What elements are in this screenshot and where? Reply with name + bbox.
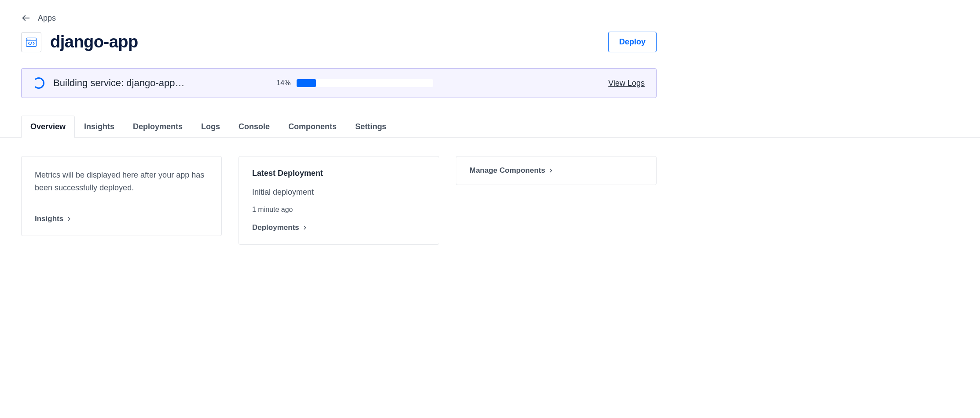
view-logs-link[interactable]: View Logs xyxy=(608,79,645,88)
deployments-link-label: Deployments xyxy=(252,223,299,232)
breadcrumb-apps-link[interactable]: Apps xyxy=(38,14,56,23)
spinner-icon xyxy=(33,77,44,89)
breadcrumb: Apps xyxy=(21,13,657,23)
insights-link[interactable]: Insights xyxy=(35,214,72,223)
manage-components-card: Manage Components xyxy=(456,156,657,185)
progress-wrap: 14% xyxy=(276,79,433,87)
tab-settings[interactable]: Settings xyxy=(346,116,396,138)
chevron-right-icon xyxy=(302,225,308,231)
app-icon xyxy=(21,32,41,52)
deploy-button[interactable]: Deploy xyxy=(608,32,657,52)
page-title: django-app xyxy=(50,33,138,51)
tab-components[interactable]: Components xyxy=(279,116,346,138)
chevron-right-icon xyxy=(548,167,554,174)
progress-fill xyxy=(297,79,316,87)
manage-components-label: Manage Components xyxy=(470,166,545,175)
back-arrow-icon[interactable] xyxy=(21,13,31,23)
svg-point-4 xyxy=(29,39,29,40)
tab-deployments[interactable]: Deployments xyxy=(124,116,192,138)
build-status-banner: Building service: django-app… 14% View L… xyxy=(21,68,657,98)
deployments-link[interactable]: Deployments xyxy=(252,223,308,232)
tabs: OverviewInsightsDeploymentsLogsConsoleCo… xyxy=(21,116,657,138)
latest-deployment-card: Latest Deployment Initial deployment 1 m… xyxy=(239,156,439,245)
tab-insights[interactable]: Insights xyxy=(75,116,124,138)
header: django-app Deploy xyxy=(21,32,657,52)
svg-line-6 xyxy=(30,42,32,45)
deployment-description: Initial deployment xyxy=(252,188,426,197)
metrics-placeholder-text: Metrics will be displayed here after you… xyxy=(35,169,208,194)
title-group: django-app xyxy=(21,32,138,52)
chevron-right-icon xyxy=(66,216,72,222)
tab-logs[interactable]: Logs xyxy=(192,116,229,138)
metrics-card: Metrics will be displayed here after you… xyxy=(21,156,222,236)
build-status-text: Building service: django-app… xyxy=(53,77,184,89)
overview-cards: Metrics will be displayed here after you… xyxy=(21,138,657,245)
progress-percent: 14% xyxy=(276,79,290,87)
svg-point-5 xyxy=(30,39,31,40)
latest-deployment-heading: Latest Deployment xyxy=(252,169,426,178)
progress-bar xyxy=(297,79,433,87)
deployment-timestamp: 1 minute ago xyxy=(252,206,426,214)
manage-components-link[interactable]: Manage Components xyxy=(470,166,554,175)
insights-link-label: Insights xyxy=(35,214,63,223)
svg-point-3 xyxy=(27,39,28,40)
tab-overview[interactable]: Overview xyxy=(21,116,75,138)
tab-console[interactable]: Console xyxy=(229,116,279,138)
